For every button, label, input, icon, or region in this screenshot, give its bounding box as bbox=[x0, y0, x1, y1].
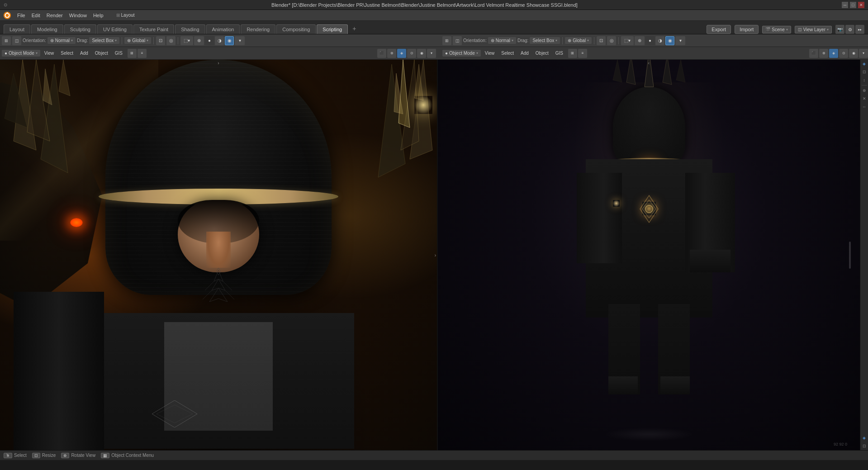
overlay-btn[interactable]: ⬚▾ bbox=[180, 36, 193, 45]
orientation-dropdown[interactable]: ⊛ Normal ▾ bbox=[47, 37, 76, 44]
menu-render[interactable]: Render bbox=[44, 12, 66, 19]
r-overlay-btn[interactable]: ⬚▾ bbox=[621, 36, 634, 45]
tab-texture-paint[interactable]: Texture Paint bbox=[133, 24, 174, 34]
export-button[interactable]: Export bbox=[707, 25, 731, 34]
proportional-icon-btn[interactable]: ◎ bbox=[166, 36, 175, 45]
side-panel-bottom1[interactable]: ◈ bbox=[861, 435, 868, 441]
r-snap-icon-btn[interactable]: ⊡ bbox=[597, 36, 606, 45]
r-shading-render-btn[interactable]: ◉ bbox=[665, 36, 674, 45]
tab-compositing[interactable]: Compositing bbox=[276, 24, 316, 34]
tab-modeling[interactable]: Modeling bbox=[31, 24, 63, 34]
r-arm-glow bbox=[613, 200, 620, 207]
side-panel-tool5[interactable]: ✕ bbox=[861, 95, 868, 102]
r-vp-mode4[interactable]: ⊙ bbox=[839, 49, 848, 58]
r-viewport-top-collapse[interactable]: ‹ bbox=[648, 61, 650, 66]
tab-scripting[interactable]: Scripting bbox=[317, 24, 348, 34]
side-panel-tool3[interactable]: ↕ bbox=[861, 77, 868, 83]
crystal-glow-right bbox=[414, 96, 432, 114]
left-viewport[interactable]: › › bbox=[0, 60, 438, 450]
menu-file[interactable]: File bbox=[14, 12, 28, 19]
vm-icon2[interactable]: ≡ bbox=[138, 49, 147, 58]
right-vp-icon-btn[interactable]: ⊞ bbox=[442, 36, 451, 45]
info-icon-btn[interactable]: ▸▸ bbox=[855, 25, 864, 34]
menu-help[interactable]: Help bbox=[90, 12, 106, 19]
render-icon-btn[interactable]: 📷 bbox=[835, 25, 844, 34]
drag-dropdown[interactable]: Select Box ▾ bbox=[89, 37, 119, 44]
r-vm-view[interactable]: View bbox=[482, 50, 498, 57]
scene-selector[interactable]: 🎬 Scene ▾ bbox=[762, 26, 791, 33]
view-layer-selector[interactable]: ◫ View Layer ▾ bbox=[795, 26, 832, 33]
r-drag-dropdown[interactable]: Select Box ▾ bbox=[530, 37, 560, 44]
r-vm-icon2[interactable]: ≡ bbox=[578, 49, 587, 58]
shading-mat-btn[interactable]: ◑ bbox=[215, 36, 224, 45]
tab-uv-editing[interactable]: UV Editing bbox=[97, 24, 133, 34]
side-panel-tool1[interactable]: ◈ bbox=[861, 61, 868, 67]
r-vm-add[interactable]: Add bbox=[518, 50, 531, 57]
side-panel-tool4[interactable]: ⊕ bbox=[861, 87, 868, 94]
r-orientation-dropdown[interactable]: ⊛ Normal ▾ bbox=[488, 37, 516, 44]
snap-icon-btn[interactable]: ⊡ bbox=[156, 36, 165, 45]
left-vp-icon-btn2[interactable]: ◫ bbox=[12, 36, 21, 45]
right-viewport[interactable]: ‹ 92 92 0 bbox=[438, 60, 860, 450]
vm-object[interactable]: Object bbox=[92, 50, 111, 57]
minimize-button[interactable]: ─ bbox=[842, 2, 848, 8]
r-shading-mat-btn[interactable]: ◑ bbox=[655, 36, 664, 45]
tab-sculpting[interactable]: Sculpting bbox=[64, 24, 96, 34]
blender-logo[interactable] bbox=[3, 11, 12, 20]
settings-icon-btn[interactable]: ⚙ bbox=[845, 25, 854, 34]
r-vp-mode3[interactable]: ◈ bbox=[829, 49, 838, 58]
r-vm-gis[interactable]: GIS bbox=[553, 50, 566, 57]
vm-add[interactable]: Add bbox=[77, 50, 91, 57]
r-vp-mode6[interactable]: ▾ bbox=[859, 49, 868, 58]
r-object-mode-dropdown[interactable]: ● Object Mode ▾ bbox=[442, 50, 481, 57]
vp-mode5[interactable]: ◉ bbox=[417, 49, 426, 58]
import-button[interactable]: Import bbox=[735, 25, 759, 34]
shading-solid-btn[interactable]: ● bbox=[205, 36, 214, 45]
right-vp-icon-btn2[interactable]: ◫ bbox=[453, 36, 462, 45]
r-global-dropdown[interactable]: ⊕ Global ▾ bbox=[565, 37, 592, 44]
shading-extra-btn[interactable]: ▾ bbox=[235, 36, 245, 45]
tab-rendering[interactable]: Rendering bbox=[241, 24, 275, 34]
r-global-icon: ⊕ bbox=[568, 38, 571, 43]
side-panel-tool2[interactable]: ⊡ bbox=[861, 69, 868, 75]
r-proportional-icon-btn[interactable]: ◎ bbox=[607, 36, 616, 45]
vm-icon1[interactable]: ⊞ bbox=[128, 49, 137, 58]
viewport-top-collapse[interactable]: › bbox=[218, 61, 219, 66]
menu-window[interactable]: Window bbox=[66, 12, 90, 19]
r-gizmo-btn[interactable]: ⊕ bbox=[635, 36, 645, 45]
vm-gis[interactable]: GIS bbox=[112, 50, 125, 57]
resize-label: Resize bbox=[42, 453, 56, 458]
vp-mode3[interactable]: ◈ bbox=[397, 49, 406, 58]
r-vp-mode1[interactable]: ⬛ bbox=[809, 49, 818, 58]
gizmo-btn[interactable]: ⊕ bbox=[194, 36, 204, 45]
r-vp-mode5[interactable]: ◉ bbox=[849, 49, 858, 58]
r-shading-extra-btn[interactable]: ▾ bbox=[675, 36, 685, 45]
vm-view[interactable]: View bbox=[42, 50, 57, 57]
global-dropdown[interactable]: ⊕ Global ▾ bbox=[124, 37, 151, 44]
side-panel-bottom2[interactable]: ⊡ bbox=[861, 443, 868, 449]
r-vm-icon1[interactable]: ⊞ bbox=[568, 49, 577, 58]
r-vp-mode2[interactable]: ⊛ bbox=[819, 49, 828, 58]
maximize-button[interactable]: □ bbox=[850, 2, 856, 8]
r-vm-object[interactable]: Object bbox=[533, 50, 551, 57]
r-shading-solid-btn[interactable]: ● bbox=[645, 36, 655, 45]
tab-animation[interactable]: Animation bbox=[206, 24, 240, 34]
shading-render-btn[interactable]: ◉ bbox=[225, 36, 234, 45]
close-button[interactable]: ✕ bbox=[858, 2, 864, 8]
vp-mode1[interactable]: ⬛ bbox=[377, 49, 386, 58]
overlay-icons: ⬚▾ ⊕ ● ◑ ◉ ▾ bbox=[180, 36, 245, 45]
tab-layout[interactable]: Layout bbox=[4, 24, 30, 34]
viewport-right-collapse[interactable]: › bbox=[435, 252, 436, 257]
r-vm-select[interactable]: Select bbox=[498, 50, 517, 57]
tab-shading[interactable]: Shading bbox=[175, 24, 205, 34]
object-mode-dropdown[interactable]: ● Object Mode ▾ bbox=[2, 50, 40, 57]
svg-marker-26 bbox=[663, 60, 672, 85]
left-vp-icon-btn[interactable]: ⊞ bbox=[2, 36, 11, 45]
vp-mode2[interactable]: ⊛ bbox=[387, 49, 396, 58]
vm-select[interactable]: Select bbox=[58, 50, 76, 57]
add-tab-button[interactable]: + bbox=[349, 23, 360, 34]
menu-edit[interactable]: Edit bbox=[29, 12, 43, 19]
side-panel-tool6[interactable]: ↔ bbox=[861, 104, 868, 110]
vp-mode6[interactable]: ▾ bbox=[427, 49, 436, 58]
vp-mode4[interactable]: ⊙ bbox=[407, 49, 416, 58]
